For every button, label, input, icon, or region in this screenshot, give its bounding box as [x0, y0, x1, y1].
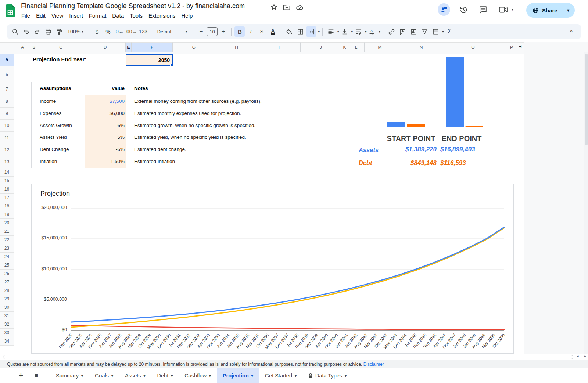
tab-cashflow[interactable]: Cashflow▾ [179, 368, 217, 383]
font-size-input[interactable]: 10 [207, 27, 218, 36]
hidden-columns-indicator-icon[interactable]: ◀ [519, 44, 521, 48]
row-header-19[interactable]: 19 [0, 210, 14, 219]
row-header-32[interactable]: 32 [0, 320, 14, 329]
column-header-I[interactable]: I [258, 42, 301, 52]
menu-data[interactable]: Data [109, 12, 127, 19]
increase-font-size-button[interactable]: + [218, 26, 228, 37]
row-header-12[interactable]: 12 [0, 144, 14, 156]
horizontal-align-button[interactable] [326, 26, 336, 37]
chevron-down-icon[interactable]: ▾ [351, 30, 353, 33]
column-header-H[interactable]: H [215, 42, 258, 52]
text-color-button[interactable]: A [268, 26, 278, 37]
menu-help[interactable]: Help [178, 12, 196, 19]
sheet-canvas[interactable]: Projection End Year: 2050 Assumptions Va… [14, 54, 524, 354]
row-header-30[interactable]: 30 [0, 303, 14, 312]
format-currency-button[interactable]: $ [92, 26, 102, 37]
insert-chart-button[interactable] [408, 26, 419, 37]
row-header-9[interactable]: 9 [0, 108, 14, 120]
menu-tools[interactable]: Tools [127, 12, 146, 19]
row-header-24[interactable]: 24 [0, 253, 14, 261]
meet-video-icon[interactable] [499, 6, 508, 14]
all-sheets-menu-button[interactable]: ≡ [32, 372, 41, 379]
row-header-17[interactable]: 17 [0, 194, 14, 202]
column-header-N[interactable]: N [395, 42, 447, 52]
print-button[interactable] [43, 26, 53, 37]
hide-toolbar-chevron-icon[interactable]: ^ [570, 29, 573, 35]
decrease-font-size-button[interactable]: − [196, 26, 206, 37]
redo-button[interactable] [32, 26, 42, 37]
assumption-value[interactable]: 5% [85, 134, 125, 140]
row-header-5[interactable]: 5 [0, 54, 14, 66]
column-header-A[interactable]: A [14, 42, 31, 52]
menu-extensions[interactable]: Extensions [146, 12, 178, 19]
assumption-value[interactable]: 1.50% [85, 159, 125, 164]
zoom-select[interactable]: 100%▾ [65, 26, 86, 37]
undo-button[interactable] [21, 26, 31, 37]
more-formats-button[interactable]: 123 [138, 26, 148, 37]
create-filter-button[interactable] [419, 26, 430, 37]
chevron-down-icon[interactable]: ▾ [337, 30, 339, 33]
chevron-down-icon[interactable]: ▾ [379, 30, 381, 33]
insert-link-button[interactable] [386, 26, 397, 37]
merge-dropdown-chevron-icon[interactable]: ▾ [318, 30, 320, 33]
row-header-22[interactable]: 22 [0, 236, 14, 244]
borders-button[interactable] [295, 26, 305, 37]
vertical-align-button[interactable] [340, 26, 350, 37]
row-header-11[interactable]: 11 [0, 132, 14, 144]
scroll-left-icon[interactable]: ◂ [577, 354, 579, 358]
row-header-20[interactable]: 20 [0, 219, 14, 227]
share-button[interactable]: Share ▼ [526, 3, 575, 18]
merge-cells-button[interactable] [306, 26, 316, 37]
assumption-value[interactable]: $7,500 [85, 98, 125, 104]
disclaimer-link[interactable]: Disclaimer [363, 362, 384, 367]
tab-summary[interactable]: Summary▾ [50, 368, 89, 383]
functions-button[interactable]: Σ [444, 26, 455, 37]
row-header-33[interactable]: 33 [0, 329, 14, 337]
tab-data-types[interactable]: Data Types▾ [302, 368, 352, 383]
vertical-scrollbar-thumb[interactable] [585, 54, 588, 145]
row-header-21[interactable]: 21 [0, 227, 14, 236]
text-wrap-button[interactable] [353, 26, 363, 37]
format-percent-button[interactable]: % [103, 26, 113, 37]
chevron-down-icon[interactable]: ▾ [442, 30, 444, 33]
menu-format[interactable]: Format [86, 12, 110, 19]
chevron-down-icon[interactable]: ▾ [365, 30, 367, 33]
strikethrough-button[interactable]: S [257, 26, 267, 37]
row-header-8[interactable]: 8 [0, 95, 14, 108]
row-header-27[interactable]: 27 [0, 278, 14, 286]
tab-debt[interactable]: Debt▾ [151, 368, 179, 383]
bold-button[interactable]: B [234, 26, 245, 37]
meet-dropdown-chevron-icon[interactable]: ▾ [512, 7, 513, 11]
menu-file[interactable]: File [18, 12, 33, 19]
column-header-C[interactable]: C [37, 42, 85, 52]
presence-button[interactable] [438, 3, 450, 16]
row-header-28[interactable]: 28 [0, 286, 14, 295]
column-header-E[interactable]: E [126, 42, 132, 52]
text-rotation-button[interactable]: A [367, 26, 377, 37]
column-header-D[interactable]: D [85, 42, 126, 52]
row-header-31[interactable]: 31 [0, 312, 14, 320]
row-header-7[interactable]: 7 [0, 83, 14, 95]
increase-decimals-button[interactable]: .00→ [125, 26, 137, 37]
menu-insert[interactable]: Insert [66, 12, 86, 19]
star-icon[interactable] [270, 4, 277, 11]
share-dropdown[interactable]: ▼ [563, 3, 575, 18]
row-header-26[interactable]: 26 [0, 270, 14, 278]
insert-comment-button[interactable] [397, 26, 408, 37]
tab-goals[interactable]: Goals▾ [89, 368, 119, 383]
selected-cell-f5[interactable]: 2050 [126, 54, 173, 66]
select-all-corner[interactable] [0, 42, 14, 52]
font-select[interactable]: Defaul...▾ [154, 26, 190, 37]
assumption-value[interactable]: -6% [85, 147, 125, 152]
column-header-O[interactable]: O [447, 42, 499, 52]
projection-chart[interactable]: Projection $20,000,000$15,000,000$10,000… [31, 184, 514, 354]
row-header-18[interactable]: 18 [0, 202, 14, 210]
assumption-value[interactable]: $6,000 [85, 111, 125, 116]
menu-edit[interactable]: Edit [33, 12, 49, 19]
row-header-13[interactable]: 13 [0, 156, 14, 168]
decrease-decimals-button[interactable]: .0← [114, 26, 124, 37]
fill-handle[interactable] [170, 64, 173, 67]
move-folder-icon[interactable] [283, 4, 290, 10]
column-header-F[interactable]: F [132, 42, 173, 52]
comments-icon[interactable] [478, 5, 488, 14]
